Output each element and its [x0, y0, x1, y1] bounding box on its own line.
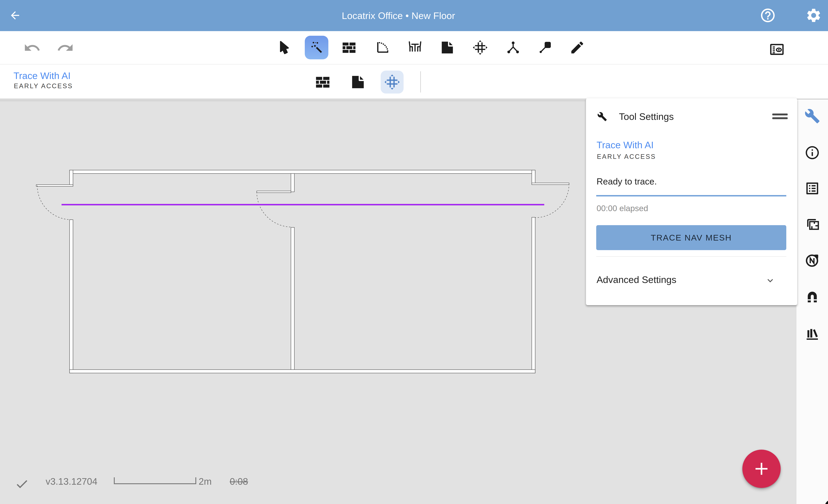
- wall-left-jamb: [70, 170, 73, 185]
- tool-label-pin[interactable]: [537, 40, 553, 55]
- sidebar-floors[interactable]: [804, 216, 820, 232]
- floors-layers-icon: [808, 220, 818, 229]
- tool-nav-mesh[interactable]: [472, 40, 488, 55]
- door-leaf-middle: [257, 191, 291, 193]
- tool-walls[interactable]: [341, 40, 357, 55]
- panel-tool-name: Trace With AI: [596, 139, 654, 151]
- wall-middle-upper: [291, 173, 294, 192]
- undo-icon: [25, 44, 40, 51]
- page-note-icon: [442, 42, 453, 53]
- sidebar-details[interactable]: [804, 180, 820, 196]
- wall-left-lower: [70, 220, 73, 373]
- door-leaf-left: [36, 185, 73, 186]
- pencil-icon: [571, 42, 583, 53]
- arc-corner-icon: [378, 42, 388, 52]
- help-button[interactable]: [760, 7, 776, 24]
- app-root: Locatrix Office • New Floor: [0, 0, 828, 504]
- tool-furniture[interactable]: [407, 40, 423, 55]
- plus-icon: [755, 463, 768, 475]
- panel-title: Tool Settings: [619, 111, 674, 122]
- magic-wand-icon: [309, 40, 324, 55]
- add-fab[interactable]: [742, 450, 781, 488]
- wrench-icon: [597, 112, 607, 122]
- trace-nav-mesh-button[interactable]: TRACE NAV MESH: [596, 225, 786, 250]
- mode-walls[interactable]: [315, 74, 331, 90]
- page-title: Locatrix Office • New Floor: [342, 0, 455, 31]
- label-pin-icon: [540, 42, 551, 53]
- nav-mesh-grid-icon: [384, 74, 400, 90]
- books-icon: [806, 329, 818, 340]
- scale-ruler: [110, 476, 202, 486]
- wrench-icon: [805, 109, 819, 123]
- door-swing-right: [535, 184, 569, 218]
- back-button[interactable]: [9, 9, 21, 22]
- early-access-badge: EARLY ACCESS: [14, 82, 73, 90]
- undo-button[interactable]: [24, 39, 41, 56]
- wall-top: [70, 170, 535, 173]
- trace-progress-bar: [596, 195, 786, 197]
- right-sidebar: [796, 100, 828, 504]
- tool-network[interactable]: [505, 40, 521, 55]
- panel-drag-handle[interactable]: [772, 114, 788, 121]
- sync-check-icon: [15, 477, 29, 491]
- tool-page[interactable]: [439, 40, 455, 55]
- page-note-icon: [352, 76, 364, 88]
- magnet-icon: [808, 292, 817, 302]
- early-access-badge: EARLY ACCESS: [597, 153, 656, 160]
- active-tool-name: Trace With AI: [13, 70, 71, 81]
- door-swing-left: [37, 185, 72, 220]
- scale-label: 2m: [199, 476, 212, 487]
- tool-arc[interactable]: [374, 40, 390, 55]
- wall-right-jamb: [532, 170, 535, 184]
- preview-panel-button[interactable]: [769, 41, 785, 57]
- furniture-icon: [409, 42, 421, 51]
- nav-mesh-grid-icon: [473, 40, 487, 55]
- sidebar-snap[interactable]: [804, 289, 820, 304]
- door-leaf-right: [532, 183, 569, 185]
- mode-page[interactable]: [349, 74, 366, 90]
- wall-bottom: [70, 370, 535, 373]
- advanced-settings-label: Advanced Settings: [596, 274, 676, 285]
- trace-status: Ready to trace.: [596, 176, 657, 186]
- sidebar-navmesh[interactable]: [804, 253, 820, 268]
- sidebar-library[interactable]: [804, 325, 820, 341]
- cursor-icon: [280, 41, 289, 54]
- sub-toolbar: Trace With AI EARLY ACCESS: [0, 65, 828, 99]
- redo-icon: [58, 44, 73, 51]
- handle-bar: [772, 117, 788, 119]
- preview-panel-icon: [771, 45, 783, 54]
- navmesh-n-icon: [806, 255, 818, 266]
- wall-middle-lower: [291, 227, 294, 370]
- settings-button[interactable]: [805, 7, 822, 24]
- panel-divider: [596, 256, 786, 257]
- tool-settings-panel: Tool Settings Trace With AI EARLY ACCESS…: [586, 98, 797, 305]
- tool-select-cursor[interactable]: [276, 40, 292, 55]
- wall-right-lower: [532, 217, 535, 373]
- sidebar-info[interactable]: [804, 145, 820, 161]
- handle-bar: [772, 114, 788, 115]
- gear-icon: [807, 9, 820, 22]
- arrow-back-icon: [11, 11, 19, 19]
- list-icon: [806, 182, 818, 195]
- sidebar-tool-settings[interactable]: [804, 108, 820, 124]
- version-label: v3.13.12704: [46, 476, 97, 487]
- redo-button[interactable]: [56, 39, 74, 56]
- toolbar-divider: [420, 71, 421, 92]
- tool-pencil[interactable]: [569, 40, 585, 55]
- bricks-icon: [342, 43, 356, 53]
- bricks-icon: [316, 77, 329, 88]
- main-toolbar: [0, 31, 828, 65]
- network-nodes-icon: [507, 42, 519, 53]
- elapsed-label: 00:00 elapsed: [596, 204, 648, 213]
- timer-label: 0:08: [230, 476, 248, 487]
- door-swing-middle: [257, 192, 291, 227]
- help-outline-icon: [761, 8, 775, 22]
- info-icon: [805, 146, 819, 159]
- chevron-down-icon[interactable]: [765, 275, 776, 286]
- app-bar: Locatrix Office • New Floor: [0, 0, 828, 31]
